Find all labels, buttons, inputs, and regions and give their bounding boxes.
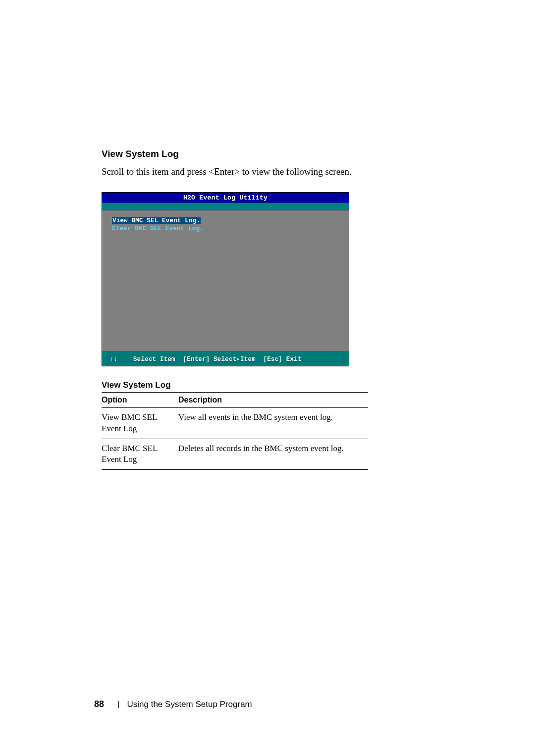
footer-section: Using the System Setup Program: [127, 700, 252, 709]
bios-hint-select: Select Item: [133, 356, 175, 363]
intro-text: Scroll to this item and press <Enter> to…: [102, 165, 433, 178]
td-option: Clear BMC SEL Event Log: [102, 439, 178, 470]
table-caption: View System Log: [102, 380, 433, 390]
section-heading: View System Log: [102, 149, 433, 159]
bios-screenshot: H2O Event Log Utility View BMC SEL Event…: [102, 192, 349, 366]
table-row: Clear BMC SEL Event Log Deletes all reco…: [102, 439, 368, 470]
td-description: Deletes all records in the BMC system ev…: [178, 439, 368, 470]
td-description: View all events in the BMC system event …: [178, 407, 368, 439]
bios-body: View BMC SEL Event Log. Clear BMC SEL Ev…: [102, 210, 349, 352]
page: View System Log Scroll to this item and …: [0, 0, 535, 756]
th-description: Description: [178, 392, 368, 407]
th-option: Option: [102, 392, 178, 407]
bios-menu-view-log[interactable]: View BMC SEL Event Log.: [112, 217, 201, 224]
footer-separator: [118, 701, 119, 708]
bios-hint-esc: [Esc] Exit: [264, 356, 302, 363]
options-table: Option Description View BMC SEL Event Lo…: [102, 392, 368, 470]
table-header-row: Option Description: [102, 392, 368, 407]
table-row: View BMC SEL Event Log View all events i…: [102, 407, 368, 439]
bios-menu-clear-log[interactable]: Clear BMC SEL Event Log.: [112, 225, 204, 232]
bios-hint-enter: [Enter] Select▸Item: [183, 356, 256, 363]
td-option: View BMC SEL Event Log: [102, 407, 178, 439]
bios-title: H2O Event Log Utility: [102, 193, 349, 202]
page-footer: 88 Using the System Setup Program: [94, 699, 252, 709]
page-number: 88: [94, 699, 104, 709]
arrows-icon: ↑↓: [110, 356, 117, 363]
bios-footer: ↑↓ Select Item [Enter] Select▸Item [Esc]…: [102, 352, 349, 366]
bios-tab-strip: [102, 202, 349, 210]
